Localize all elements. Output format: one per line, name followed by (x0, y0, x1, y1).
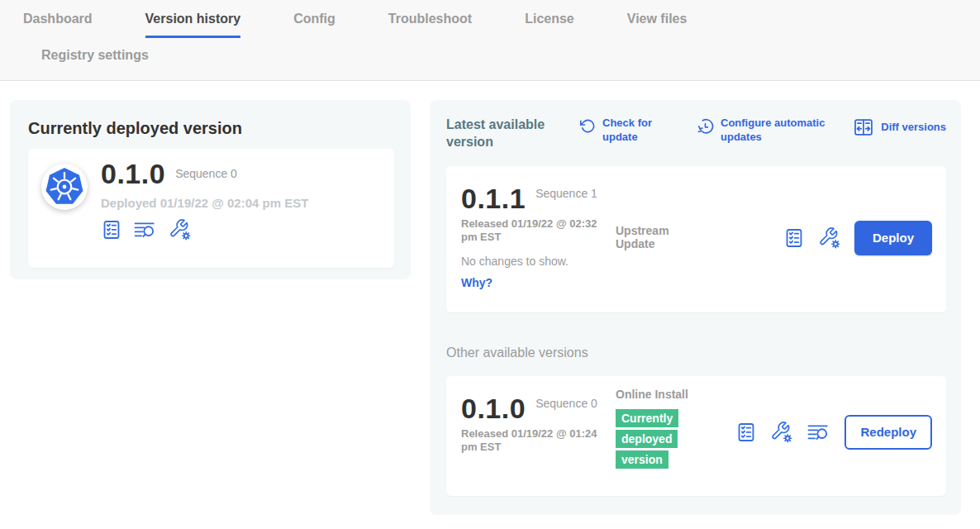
available-versions-header: Latest available version Check for updat… (446, 117, 946, 151)
diff-versions-label: Diff versions (881, 121, 946, 135)
edit-config-icon[interactable] (818, 226, 841, 250)
configure-automatic-updates-link[interactable]: Configure automatic updates (697, 117, 844, 145)
no-changes-text: No changes to show. (461, 255, 931, 268)
deployed-version-number: 0.1.0 (101, 160, 165, 188)
other-released-timestamp: Released 01/19/22 @ 01:24 pm EST (461, 427, 608, 455)
latest-sequence-label: Sequence 1 (535, 187, 598, 201)
check-for-update-label: Check for update (602, 117, 662, 145)
nav-row-1: Dashboard Version history Config Trouble… (23, 12, 980, 38)
why-link[interactable]: Why? (461, 276, 492, 289)
edit-config-icon[interactable] (169, 218, 192, 241)
nav-row-2: Registry settings (23, 38, 980, 72)
deployed-sequence-label: Sequence 0 (175, 167, 237, 180)
deploy-logs-icon[interactable] (133, 219, 158, 241)
tab-registry-settings[interactable]: Registry settings (41, 48, 149, 72)
latest-available-title: Latest available version (446, 117, 560, 151)
deploy-button[interactable]: Deploy (854, 221, 932, 255)
deployed-version-details: 0.1.0 Sequence 0 Deployed 01/19/22 @ 02:… (101, 160, 308, 241)
edit-config-icon[interactable] (770, 421, 793, 444)
kubernetes-logo-icon (41, 164, 88, 210)
latest-version-source: Upstream Update (616, 224, 708, 252)
preflight-checks-icon[interactable] (101, 219, 122, 241)
available-versions-panel: Latest available version Check for updat… (430, 100, 961, 515)
diff-versions-link[interactable]: Diff versions (853, 117, 946, 138)
tab-version-history[interactable]: Version history (145, 12, 241, 38)
latest-version-number: 0.1.1 (461, 184, 526, 212)
other-version-actions: Redeploy (735, 415, 932, 450)
main-content: Currently deployed version 0.1.0 Sequenc… (0, 81, 980, 515)
deployed-timestamp: Deployed 01/19/22 @ 02:04 pm EST (101, 196, 308, 210)
tab-troubleshoot[interactable]: Troubleshoot (388, 12, 472, 38)
other-version-card: 0.1.0 Sequence 0 Released 01/19/22 @ 01:… (446, 376, 946, 496)
currently-deployed-badge: Currently deployed version (616, 409, 678, 469)
tab-dashboard[interactable]: Dashboard (23, 12, 93, 38)
other-sequence-label: Sequence 0 (535, 397, 598, 411)
other-version-source-block: Online Install Currently deployed versio… (616, 388, 708, 471)
currently-deployed-card: 0.1.0 Sequence 0 Deployed 01/19/22 @ 02:… (28, 149, 394, 268)
preflight-checks-icon[interactable] (735, 422, 757, 443)
currently-deployed-badge-wrap: Currently deployed version (616, 408, 696, 470)
refresh-icon (580, 118, 596, 134)
app-logo (41, 164, 88, 210)
redeploy-button[interactable]: Redeploy (844, 415, 932, 450)
tab-config[interactable]: Config (293, 12, 335, 38)
tab-view-files[interactable]: View files (627, 12, 687, 38)
latest-version-actions: Deploy (783, 221, 932, 255)
deploy-logs-icon[interactable] (806, 422, 831, 443)
tab-license[interactable]: License (525, 12, 574, 38)
currently-deployed-panel: Currently deployed version 0.1.0 Sequenc… (10, 100, 411, 279)
currently-deployed-title: Currently deployed version (28, 119, 394, 138)
other-available-versions-title: Other available versions (446, 346, 946, 360)
latest-version-card: 0.1.1 Sequence 1 Released 01/19/22 @ 02:… (446, 166, 946, 312)
configure-automatic-updates-label: Configure automatic updates (721, 117, 844, 145)
latest-released-timestamp: Released 01/19/22 @ 02:32 pm EST (461, 217, 608, 245)
other-version-source: Online Install (616, 388, 708, 402)
diff-icon (853, 117, 874, 138)
check-for-update-link[interactable]: Check for update (580, 117, 662, 145)
top-navigation: Dashboard Version history Config Trouble… (0, 0, 980, 81)
preflight-checks-icon[interactable] (783, 227, 805, 249)
schedule-update-icon (697, 118, 714, 136)
other-version-number: 0.1.0 (461, 394, 526, 422)
